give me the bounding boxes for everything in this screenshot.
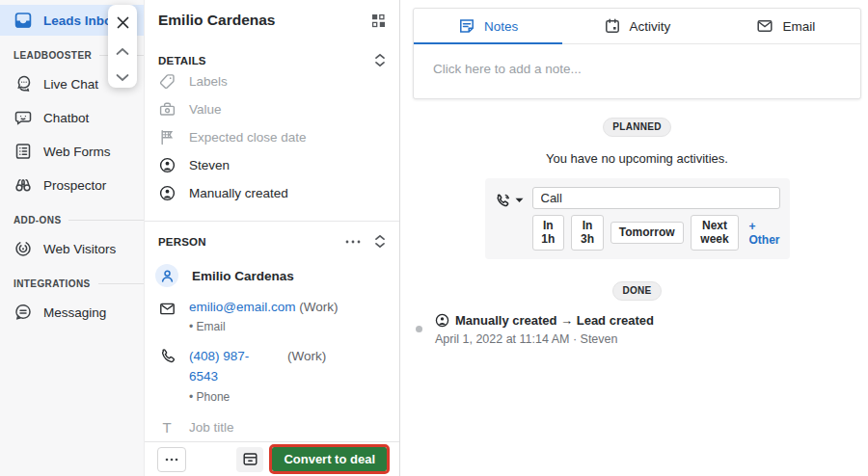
view-switcher-icon[interactable] [371,13,386,28]
archive-button[interactable] [236,447,263,472]
collapse-section-icon[interactable] [374,234,386,249]
tab-label: Activity [630,19,671,34]
schedule-tomorrow-button[interactable]: Tomorrow [610,222,684,244]
person-name-row[interactable]: Emilio Cardenas [145,264,399,287]
more-actions-button[interactable] [157,447,186,472]
field-source[interactable]: Manually created [145,179,399,207]
tab-bar: Notes Activity Email [414,9,860,44]
timeline-dot-icon [416,326,422,332]
planned-badge: PLANNED [603,118,670,137]
activity-scheduler: In 1h In 3h Tomorrow Next week + Other [485,178,790,259]
lead-navigator [108,5,137,88]
sidebar-item-label: Web Visitors [43,242,116,256]
person-circle-icon [158,185,176,202]
timeline-title: Manually created → Lead created [455,313,654,328]
chevron-up-icon[interactable] [111,41,134,62]
person-avatar-icon [155,264,178,287]
field-label: Steven [189,158,230,172]
caret-down-icon [515,198,524,203]
person-job-title-row[interactable]: T Job title [145,419,399,436]
field-value[interactable]: Value [145,95,399,123]
note-icon [458,17,475,35]
sidebar-item-label: Messaging [43,305,106,320]
app-window: Leads Inbox LEADBOOSTER Live Chat Chatbo… [0,0,868,476]
text-field-icon: T [158,419,176,436]
activity-panel: Notes Activity Email Click here to add a… [400,0,868,476]
tab-label: Email [782,19,815,34]
collapse-section-icon[interactable] [374,53,386,67]
quick-schedule-row: In 1h In 3h Tomorrow Next week + Other [532,215,780,251]
envelope-icon [158,300,176,317]
chevron-down-icon[interactable] [111,67,134,88]
tab-email[interactable]: Email [712,9,860,43]
phone-icon [158,347,176,364]
person-circle-icon [435,313,449,328]
email-tag: (Work) [299,300,338,314]
live-chat-icon [14,74,33,93]
no-activities-text: You have no upcoming activities. [413,151,861,166]
note-input[interactable]: Click here to add a note... [414,44,860,98]
phone-sub-label: • Phone [189,390,399,404]
tab-activity[interactable]: Activity [562,9,711,43]
job-title-placeholder: Job title [189,420,234,435]
calendar-icon [604,17,621,35]
lead-detail-panel: Emilio Cardenas DETAILS Labels [145,0,400,476]
flag-icon [158,129,176,146]
activity-subject-input[interactable] [532,187,780,209]
person-section: PERSON Emilio Cardenas [145,234,399,436]
email-sub-label: • Email [189,320,399,333]
person-phone-row: (408) 987-6543 (Work) • Phone [145,347,399,404]
value-icon [158,101,176,119]
sidebar-item-web-forms[interactable]: Web Forms [0,136,144,167]
sidebar-section-addons: ADD-ONS [0,215,144,225]
person-circle-icon [158,157,176,174]
field-label: Labels [189,74,228,89]
phone-link[interactable]: (408) 987-6543 [189,347,278,387]
timeline-item: Manually created → Lead created April 1,… [413,313,861,346]
done-badge: DONE [612,281,661,301]
sidebar-item-label: Web Forms [43,145,111,159]
email-link[interactable]: emilio@email.com [189,300,295,314]
timeline-meta: April 1, 2022 at 11:14 AM · Steven [435,332,654,346]
tag-icon [158,73,176,91]
call-icon [495,193,511,209]
messaging-icon [14,303,33,322]
phone-tag: (Work) [287,347,328,387]
chatbot-icon [14,108,33,127]
sidebar-item-label: Prospector [43,178,106,193]
field-labels[interactable]: Labels [145,67,399,95]
convert-to-deal-button[interactable]: Convert to deal [272,447,387,471]
sidebar-item-chatbot[interactable]: Chatbot [0,102,144,133]
close-icon[interactable] [111,13,134,33]
schedule-in-3h-button[interactable]: In 3h [571,215,604,251]
schedule-next-week-button[interactable]: Next week [691,215,740,251]
more-options-icon[interactable] [345,240,361,244]
person-email-row: emilio@email.com (Work) • Email [145,300,399,333]
activity-type-selector[interactable] [495,187,524,210]
schedule-in-1h-button[interactable]: In 1h [532,215,565,251]
lead-footer: Convert to deal [145,441,399,476]
tab-notes[interactable]: Notes [414,9,562,43]
field-expected-close-date[interactable]: Expected close date [145,123,399,151]
field-owner[interactable]: Steven [145,151,399,179]
section-divider [145,221,399,222]
sidebar-item-messaging[interactable]: Messaging [0,297,144,328]
details-section: DETAILS Labels Value [145,53,399,207]
field-label: Expected close date [189,130,307,145]
binoculars-icon [14,175,33,195]
schedule-other-link[interactable]: + Other [748,220,779,247]
envelope-icon [756,17,773,35]
sidebar-item-prospector[interactable]: Prospector [0,170,144,200]
inbox-icon [14,11,33,30]
field-label: Manually created [189,186,288,200]
tab-label: Notes [484,19,518,34]
details-header: DETAILS [158,55,206,66]
person-name: Emilio Cardenas [192,269,294,283]
sidebar-item-web-visitors[interactable]: Web Visitors [0,233,144,264]
radar-icon [14,239,33,258]
person-header: PERSON [158,236,206,248]
sidebar-item-label: Chatbot [43,111,89,125]
sidebar-section-integrations: INTEGRATIONS [0,278,144,289]
lead-title: Emilio Cardenas [158,12,275,29]
sidebar-item-label: Live Chat [43,77,98,92]
